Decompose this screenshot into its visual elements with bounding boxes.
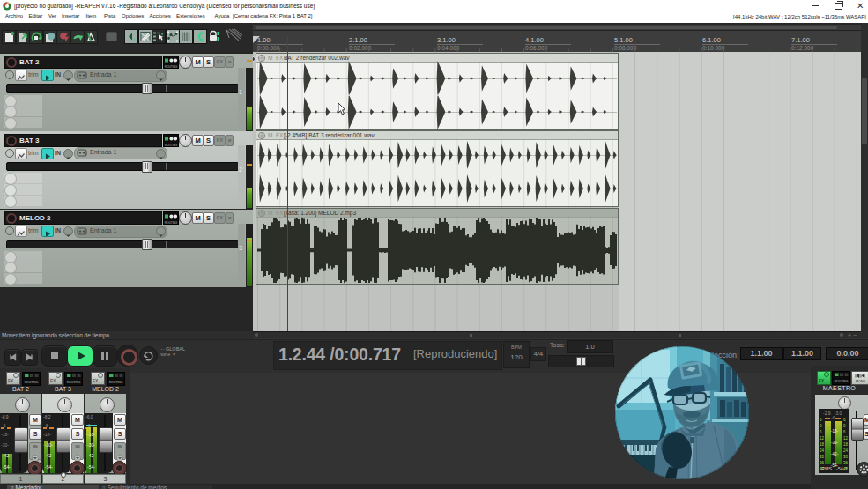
svg-text:ROUTING: ROUTING (67, 381, 81, 384)
svg-text:MONO: MONO (856, 380, 865, 383)
svg-text:ROUTING: ROUTING (165, 65, 178, 69)
svg-text:ROUTING: ROUTING (25, 381, 39, 384)
svg-text:ROUTING: ROUTING (165, 143, 178, 146)
svg-text:ROUTING: ROUTING (835, 380, 849, 383)
svg-text:ROUTING: ROUTING (109, 381, 123, 384)
svg-text:ROUTING: ROUTING (165, 221, 178, 225)
